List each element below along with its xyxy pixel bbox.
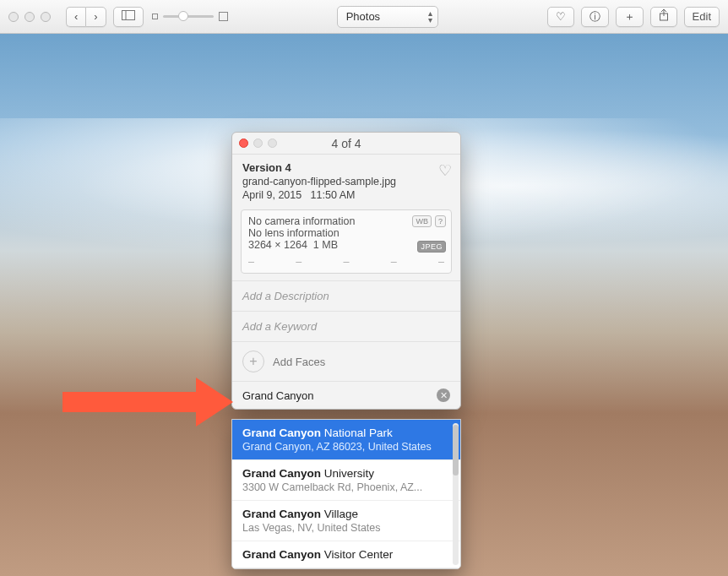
window-traffic-lights <box>8 12 51 22</box>
edit-label: Edit <box>693 10 711 23</box>
filesize: 1 MB <box>313 239 338 251</box>
traffic-zoom[interactable] <box>41 12 51 22</box>
thumb-large-icon <box>219 12 228 21</box>
view-mode-label: Photos <box>346 10 380 23</box>
suggestion-title: Grand Canyon National Park <box>242 427 450 439</box>
chevron-right-icon: › <box>94 10 97 23</box>
info-traffic-lights <box>239 139 277 148</box>
description-field[interactable]: Add a Description <box>232 280 460 311</box>
info-header: Version 4 grand-canyon-flipped-sample.jp… <box>232 155 460 209</box>
location-suggestion[interactable]: Grand Canyon VillageLas Vegas, NV, Unite… <box>232 501 460 541</box>
favorite-button[interactable]: ♡ <box>547 7 574 27</box>
x-icon: ✕ <box>440 390 448 401</box>
heart-icon: ♡ <box>556 10 566 23</box>
location-input[interactable] <box>242 389 437 402</box>
nav-segment: ‹ › <box>66 7 106 27</box>
add-button[interactable]: ＋ <box>616 7 644 27</box>
info-metadata-box: WB ? No camera information No lens infor… <box>241 209 452 274</box>
description-placeholder: Add a Description <box>242 290 329 302</box>
view-mode-dropdown[interactable]: Photos ▴▾ <box>337 6 438 28</box>
info-panel: 4 of 4 Version 4 grand-canyon-flipped-sa… <box>231 132 461 410</box>
keyword-placeholder: Add a Keyword <box>242 320 317 333</box>
info-minimize-button[interactable] <box>253 139 263 148</box>
plus-icon: + <box>249 354 257 369</box>
zoom-slider[interactable] <box>152 12 228 21</box>
clear-location-button[interactable]: ✕ <box>437 389 450 402</box>
zoom-track[interactable] <box>163 15 214 18</box>
lens-info: No lens information <box>248 227 444 239</box>
suggestion-title: Grand Canyon Village <box>242 508 450 520</box>
keyword-field[interactable]: Add a Keyword <box>232 311 460 341</box>
info-datetime: April 9, 2015 11:50 AM <box>242 189 450 201</box>
faces-label: Add Faces <box>273 356 325 368</box>
info-version: Version 4 <box>242 161 450 174</box>
location-suggestions: Grand Canyon National ParkGrand Canyon, … <box>231 419 461 569</box>
svg-rect-0 <box>122 11 134 20</box>
location-suggestion[interactable]: Grand Canyon Visitor Center <box>232 541 460 568</box>
info-icon: ⓘ <box>589 9 600 24</box>
info-button[interactable]: ⓘ <box>581 7 609 27</box>
location-suggestion[interactable]: Grand Canyon University3300 W Camelback … <box>232 460 460 501</box>
exif-dash-row: ––––– <box>248 256 444 268</box>
share-icon <box>659 9 669 24</box>
zoom-knob[interactable] <box>178 11 188 21</box>
edit-button[interactable]: Edit <box>684 7 720 27</box>
wb-badge[interactable]: WB <box>412 215 432 227</box>
info-time: 11:50 AM <box>311 189 356 201</box>
heart-outline-icon: ♡ <box>438 162 452 179</box>
sidebar-toggle-button[interactable] <box>113 7 144 27</box>
info-panel-titlebar[interactable]: 4 of 4 <box>232 133 460 155</box>
back-button[interactable]: ‹ <box>66 7 85 27</box>
format-badge: JPEG <box>417 241 446 253</box>
suggestion-subtitle: 3300 W Camelback Rd, Phoenix, AZ... <box>242 481 450 493</box>
info-counter: 4 of 4 <box>331 137 361 150</box>
share-button[interactable] <box>650 7 677 27</box>
location-field-row: ✕ <box>232 381 460 409</box>
location-suggestion[interactable]: Grand Canyon National ParkGrand Canyon, … <box>232 420 460 460</box>
size-info: 3264 × 1264 1 MB <box>248 239 444 251</box>
app-toolbar: ‹ › Photos ▴▾ ♡ ⓘ ＋ Edit <box>0 0 728 34</box>
suggestion-title: Grand Canyon Visitor Center <box>242 548 450 561</box>
traffic-minimize[interactable] <box>24 12 35 22</box>
annotation-arrow <box>62 378 240 427</box>
add-face-button[interactable]: + <box>242 350 264 372</box>
dimensions: 3264 × 1264 <box>248 239 307 251</box>
forward-button[interactable]: › <box>85 7 106 27</box>
sidebar-icon <box>122 10 135 23</box>
help-badge[interactable]: ? <box>435 215 446 227</box>
chevron-left-icon: ‹ <box>74 10 78 23</box>
favorite-toggle[interactable]: ♡ <box>438 161 452 180</box>
info-close-button[interactable] <box>239 139 248 148</box>
info-date: April 9, 2015 <box>242 189 302 201</box>
traffic-close[interactable] <box>8 12 19 22</box>
suggestion-subtitle: Grand Canyon, AZ 86023, United States <box>242 441 450 453</box>
suggestion-title: Grand Canyon University <box>242 467 450 480</box>
info-zoom-button[interactable] <box>268 139 277 148</box>
suggestion-subtitle: Las Vegas, NV, United States <box>242 522 450 534</box>
info-filename: grand-canyon-flipped-sample.jpg <box>242 176 450 187</box>
thumb-small-icon <box>152 14 158 19</box>
suggestions-scrollbar[interactable] <box>453 423 459 565</box>
scrollbar-thumb[interactable] <box>453 425 459 475</box>
plus-icon: ＋ <box>624 9 635 24</box>
dropdown-caret-icon: ▴▾ <box>428 10 432 24</box>
faces-row[interactable]: + Add Faces <box>232 341 460 381</box>
